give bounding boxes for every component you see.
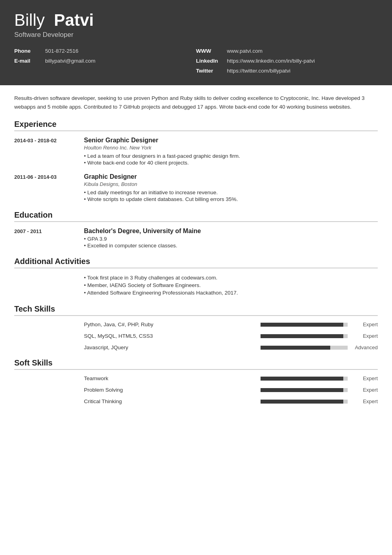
tech-skill-level-0: Expert [354, 322, 378, 327]
last-name: Patvi [54, 11, 93, 29]
email-value: billypatvi@gmail.com [45, 58, 95, 64]
experience-section: Experience 2014-03 - 2018-02 Senior Grap… [14, 120, 378, 203]
full-name: Billy Patvi [14, 11, 378, 29]
soft-skill-name-0: Teamwork [84, 375, 254, 381]
activities-section: Additional Activities Took first place i… [14, 257, 378, 297]
experience-date-0: 2014-03 - 2018-02 [14, 137, 78, 166]
soft-skill-fill-1 [261, 388, 343, 392]
phone-value: 501-872-2516 [45, 48, 78, 54]
soft-skill-row-2: Critical Thinking Expert [14, 398, 378, 404]
email-label: E-mail [14, 58, 42, 64]
tech-skill-level-1: Expert [354, 333, 378, 339]
soft-skill-level-0: Expert [354, 375, 378, 381]
experience-bullets-1: Led daily meetings for an initiative to … [84, 189, 378, 203]
soft-skill-name-2: Critical Thinking [84, 398, 254, 404]
twitter-label: Twitter [196, 68, 224, 74]
soft-skill-bar-0 [261, 377, 348, 381]
activities-list: Took first place in 3 Ruby challenges at… [84, 274, 378, 297]
soft-skill-fill-0 [261, 377, 343, 381]
tech-skill-bar-2 [261, 346, 348, 350]
education-content-0: Bachelor's Degree, University of Maine G… [84, 228, 378, 249]
tech-skill-row-1: SQL, MySQL, HTML5, CSS3 Expert [14, 333, 378, 339]
education-date-0: 2007 - 2011 [14, 228, 78, 249]
activities-row: Took first place in 3 Ruby challenges at… [14, 274, 378, 297]
experience-title-1: Graphic Designer [84, 173, 378, 180]
email-row: E-mail billypatvi@gmail.com [14, 56, 196, 66]
tech-skill-name-1: SQL, MySQL, HTML5, CSS3 [84, 333, 254, 339]
soft-skill-level-1: Expert [354, 387, 378, 393]
experience-bullets-0: Led a team of four designers in a fast-p… [84, 153, 378, 166]
summary-text: Results-driven software developer, seeki… [14, 94, 378, 111]
tech-skill-name-2: Javascript, JQuery [84, 344, 254, 350]
linkedin-row: LinkedIn https://www.linkedin.com/in/bil… [196, 56, 378, 66]
main-content: Results-driven software developer, seeki… [0, 85, 392, 424]
phone-label: Phone [14, 48, 42, 54]
tech-skill-bar-1 [261, 334, 348, 338]
first-name: Billy [14, 11, 45, 29]
www-value: www.patvi.com [227, 48, 263, 54]
soft-skill-row-1: Problem Solving Expert [14, 387, 378, 393]
experience-entry-0: 2014-03 - 2018-02 Senior Graphic Designe… [14, 137, 378, 166]
job-title: Software Developer [14, 31, 378, 39]
tech-skill-name-0: Python, Java, C#, PHP, Ruby [84, 322, 254, 327]
experience-content-0: Senior Graphic Designer Houlton Renno In… [84, 137, 378, 166]
contact-grid: Phone 501-872-2516 E-mail billypatvi@gma… [14, 46, 378, 76]
education-title-0: Bachelor's Degree, University of Maine [84, 228, 378, 235]
list-item: Member, IAENG Society of Software Engine… [84, 281, 378, 289]
tech-skill-row-0: Python, Java, C#, PHP, Ruby Expert [14, 322, 378, 327]
soft-skill-name-1: Problem Solving [84, 387, 254, 393]
education-heading: Education [14, 211, 378, 222]
experience-org-1: Kibula Designs, Boston [84, 181, 378, 187]
tech-skill-fill-0 [261, 323, 343, 327]
experience-org-0: Houlton Renno Inc. New York [84, 145, 378, 151]
list-item: Led daily meetings for an initiative to … [84, 189, 378, 196]
phone-row: Phone 501-872-2516 [14, 46, 196, 56]
list-item: Took first place in 3 Ruby challenges at… [84, 274, 378, 281]
soft-skill-bar-1 [261, 388, 348, 392]
experience-title-0: Senior Graphic Designer [84, 137, 378, 144]
soft-skill-fill-2 [261, 400, 343, 404]
list-item: Wrote scripts to update client databases… [84, 196, 378, 203]
tech-skill-level-2: Advanced [354, 344, 378, 350]
activities-spacer [14, 274, 78, 297]
education-section: Education 2007 - 2011 Bachelor's Degree,… [14, 211, 378, 249]
twitter-row: Twitter https://twitter.com/billypatvi [196, 66, 378, 76]
twitter-value: https://twitter.com/billypatvi [227, 68, 291, 74]
tech-skill-fill-2 [261, 346, 330, 350]
soft-skill-bar-2 [261, 400, 348, 404]
tech-skill-row-2: Javascript, JQuery Advanced [14, 344, 378, 350]
soft-skill-row-0: Teamwork Expert [14, 375, 378, 381]
www-label: WWW [196, 48, 224, 54]
list-item: Attended Software Engineering Profession… [84, 289, 378, 297]
experience-heading: Experience [14, 120, 378, 131]
linkedin-label: LinkedIn [196, 58, 224, 64]
header: Billy Patvi Software Developer Phone 501… [0, 0, 392, 85]
activities-heading: Additional Activities [14, 257, 378, 268]
experience-entry-1: 2011-06 - 2014-03 Graphic Designer Kibul… [14, 173, 378, 203]
tech-skill-bar-0 [261, 323, 348, 327]
www-row: WWW www.patvi.com [196, 46, 378, 56]
experience-content-1: Graphic Designer Kibula Designs, Boston … [84, 173, 378, 203]
list-item: GPA 3.9 [84, 235, 378, 242]
list-item: Wrote back-end code for 40 client projec… [84, 159, 378, 166]
education-bullets-0: GPA 3.9 Excelled in computer science cla… [84, 235, 378, 249]
linkedin-value: https://www.linkedin.com/in/billy-patvi [227, 58, 315, 64]
list-item: Excelled in computer science classes. [84, 242, 378, 249]
list-item: Led a team of four designers in a fast-p… [84, 153, 378, 159]
tech-skill-fill-1 [261, 334, 343, 338]
soft-skill-level-2: Expert [354, 398, 378, 404]
tech-skills-section: Tech Skills Python, Java, C#, PHP, Ruby … [14, 304, 378, 350]
experience-date-1: 2011-06 - 2014-03 [14, 173, 78, 203]
soft-skills-heading: Soft Skills [14, 358, 378, 370]
tech-skills-heading: Tech Skills [14, 304, 378, 316]
soft-skills-section: Soft Skills Teamwork Expert Problem Solv… [14, 358, 378, 404]
education-entry-0: 2007 - 2011 Bachelor's Degree, Universit… [14, 228, 378, 249]
